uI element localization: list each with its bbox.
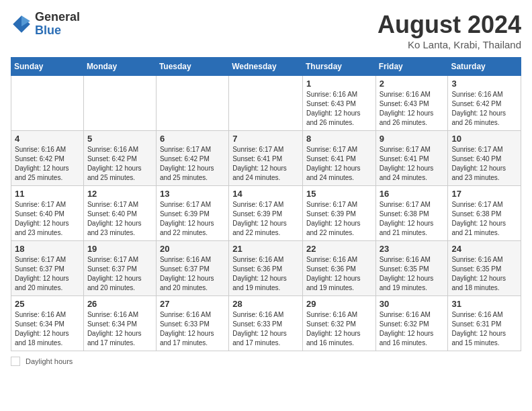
day-number: 6 [160,134,225,144]
day-number: 29 [306,299,372,309]
week-row-3: 18Sunrise: 6:17 AM Sunset: 6:37 PM Dayli… [11,241,521,296]
day-number: 9 [380,134,445,144]
calendar-cell: 9Sunrise: 6:17 AM Sunset: 6:41 PM Daylig… [375,131,448,186]
day-info: Sunrise: 6:17 AM Sunset: 6:42 PM Dayligh… [160,145,225,183]
day-info: Sunrise: 6:17 AM Sunset: 6:37 PM Dayligh… [87,255,152,293]
day-info: Sunrise: 6:17 AM Sunset: 6:40 PM Dayligh… [451,145,517,183]
day-info: Sunrise: 6:17 AM Sunset: 6:39 PM Dayligh… [232,200,299,238]
day-info: Sunrise: 6:17 AM Sunset: 6:41 PM Dayligh… [232,145,299,183]
day-info: Sunrise: 6:16 AM Sunset: 6:37 PM Dayligh… [160,255,225,293]
legend-box [11,357,20,366]
day-info: Sunrise: 6:16 AM Sunset: 6:35 PM Dayligh… [380,255,445,293]
calendar-cell: 10Sunrise: 6:17 AM Sunset: 6:40 PM Dayli… [448,131,521,186]
calendar-cell [83,76,156,131]
calendar-cell: 28Sunrise: 6:16 AM Sunset: 6:33 PM Dayli… [229,296,303,351]
day-info: Sunrise: 6:16 AM Sunset: 6:42 PM Dayligh… [15,145,80,183]
calendar-cell: 19Sunrise: 6:17 AM Sunset: 6:37 PM Dayli… [83,241,156,296]
day-number: 17 [451,189,517,199]
calendar-cell: 2Sunrise: 6:16 AM Sunset: 6:43 PM Daylig… [375,76,448,131]
logo: General Blue [11,11,80,38]
day-info: Sunrise: 6:16 AM Sunset: 6:34 PM Dayligh… [87,310,152,348]
day-header-sunday: Sunday [11,58,84,76]
day-info: Sunrise: 6:16 AM Sunset: 6:43 PM Dayligh… [380,90,445,128]
day-header-tuesday: Tuesday [156,58,228,76]
calendar-cell: 15Sunrise: 6:17 AM Sunset: 6:39 PM Dayli… [302,186,375,241]
day-number: 1 [306,79,372,89]
day-info: Sunrise: 6:17 AM Sunset: 6:37 PM Dayligh… [15,255,80,293]
calendar-title: August 2024 [378,11,521,39]
calendar-cell: 7Sunrise: 6:17 AM Sunset: 6:41 PM Daylig… [229,131,303,186]
day-info: Sunrise: 6:16 AM Sunset: 6:36 PM Dayligh… [306,255,372,293]
calendar-cell: 8Sunrise: 6:17 AM Sunset: 6:41 PM Daylig… [302,131,375,186]
calendar-cell: 16Sunrise: 6:17 AM Sunset: 6:38 PM Dayli… [375,186,448,241]
legend: Daylight hours [11,357,521,366]
day-number: 13 [160,189,225,199]
header-row: SundayMondayTuesdayWednesdayThursdayFrid… [11,58,521,76]
day-info: Sunrise: 6:17 AM Sunset: 6:38 PM Dayligh… [380,200,445,238]
calendar-cell: 3Sunrise: 6:16 AM Sunset: 6:42 PM Daylig… [448,76,521,131]
day-number: 23 [380,244,445,254]
day-number: 20 [160,244,225,254]
day-number: 8 [306,134,372,144]
day-info: Sunrise: 6:16 AM Sunset: 6:33 PM Dayligh… [232,310,299,348]
day-number: 10 [451,134,517,144]
day-info: Sunrise: 6:16 AM Sunset: 6:42 PM Dayligh… [87,145,152,183]
page-header: General Blue August 2024 Ko Lanta, Krabi… [11,11,521,50]
week-row-4: 25Sunrise: 6:16 AM Sunset: 6:34 PM Dayli… [11,296,521,351]
calendar-cell: 12Sunrise: 6:17 AM Sunset: 6:40 PM Dayli… [83,186,156,241]
day-number: 31 [451,299,517,309]
calendar-cell: 5Sunrise: 6:16 AM Sunset: 6:42 PM Daylig… [83,131,156,186]
calendar-cell [229,76,303,131]
day-info: Sunrise: 6:17 AM Sunset: 6:40 PM Dayligh… [87,200,152,238]
calendar-cell: 1Sunrise: 6:16 AM Sunset: 6:43 PM Daylig… [302,76,375,131]
calendar-cell [156,76,228,131]
day-number: 18 [15,244,80,254]
legend-text: Daylight hours [26,357,73,365]
calendar-cell: 11Sunrise: 6:17 AM Sunset: 6:40 PM Dayli… [11,186,84,241]
day-number: 14 [232,189,299,199]
week-row-1: 4Sunrise: 6:16 AM Sunset: 6:42 PM Daylig… [11,131,521,186]
day-info: Sunrise: 6:16 AM Sunset: 6:33 PM Dayligh… [160,310,225,348]
day-info: Sunrise: 6:17 AM Sunset: 6:39 PM Dayligh… [306,200,372,238]
calendar-cell: 27Sunrise: 6:16 AM Sunset: 6:33 PM Dayli… [156,296,228,351]
day-info: Sunrise: 6:16 AM Sunset: 6:35 PM Dayligh… [451,255,517,293]
week-row-0: 1Sunrise: 6:16 AM Sunset: 6:43 PM Daylig… [11,76,521,131]
calendar-cell: 6Sunrise: 6:17 AM Sunset: 6:42 PM Daylig… [156,131,228,186]
calendar-cell: 21Sunrise: 6:16 AM Sunset: 6:36 PM Dayli… [229,241,303,296]
calendar-cell: 22Sunrise: 6:16 AM Sunset: 6:36 PM Dayli… [302,241,375,296]
day-number: 16 [380,189,445,199]
day-number: 5 [87,134,152,144]
calendar-cell: 24Sunrise: 6:16 AM Sunset: 6:35 PM Dayli… [448,241,521,296]
day-header-saturday: Saturday [448,58,521,76]
day-number: 4 [15,134,80,144]
calendar-cell: 23Sunrise: 6:16 AM Sunset: 6:35 PM Dayli… [375,241,448,296]
day-info: Sunrise: 6:17 AM Sunset: 6:41 PM Dayligh… [306,145,372,183]
day-number: 11 [15,189,80,199]
day-info: Sunrise: 6:16 AM Sunset: 6:32 PM Dayligh… [380,310,445,348]
day-info: Sunrise: 6:16 AM Sunset: 6:34 PM Dayligh… [15,310,80,348]
calendar-cell: 4Sunrise: 6:16 AM Sunset: 6:42 PM Daylig… [11,131,84,186]
calendar-subtitle: Ko Lanta, Krabi, Thailand [378,39,521,50]
day-info: Sunrise: 6:17 AM Sunset: 6:40 PM Dayligh… [15,200,80,238]
week-row-2: 11Sunrise: 6:17 AM Sunset: 6:40 PM Dayli… [11,186,521,241]
calendar-cell: 20Sunrise: 6:16 AM Sunset: 6:37 PM Dayli… [156,241,228,296]
day-number: 24 [451,244,517,254]
day-number: 7 [232,134,299,144]
day-number: 15 [306,189,372,199]
day-header-thursday: Thursday [302,58,375,76]
calendar-cell: 25Sunrise: 6:16 AM Sunset: 6:34 PM Dayli… [11,296,84,351]
calendar-cell: 30Sunrise: 6:16 AM Sunset: 6:32 PM Dayli… [375,296,448,351]
day-info: Sunrise: 6:16 AM Sunset: 6:43 PM Dayligh… [306,90,372,128]
day-info: Sunrise: 6:17 AM Sunset: 6:41 PM Dayligh… [380,145,445,183]
day-number: 27 [160,299,225,309]
calendar-cell: 13Sunrise: 6:17 AM Sunset: 6:39 PM Dayli… [156,186,228,241]
day-header-friday: Friday [375,58,448,76]
day-number: 26 [87,299,152,309]
day-number: 2 [380,79,445,89]
calendar-cell: 18Sunrise: 6:17 AM Sunset: 6:37 PM Dayli… [11,241,84,296]
day-number: 28 [232,299,299,309]
calendar-cell: 17Sunrise: 6:17 AM Sunset: 6:38 PM Dayli… [448,186,521,241]
calendar-cell: 26Sunrise: 6:16 AM Sunset: 6:34 PM Dayli… [83,296,156,351]
day-info: Sunrise: 6:16 AM Sunset: 6:31 PM Dayligh… [451,310,517,348]
logo-blue-text: Blue [35,24,61,37]
